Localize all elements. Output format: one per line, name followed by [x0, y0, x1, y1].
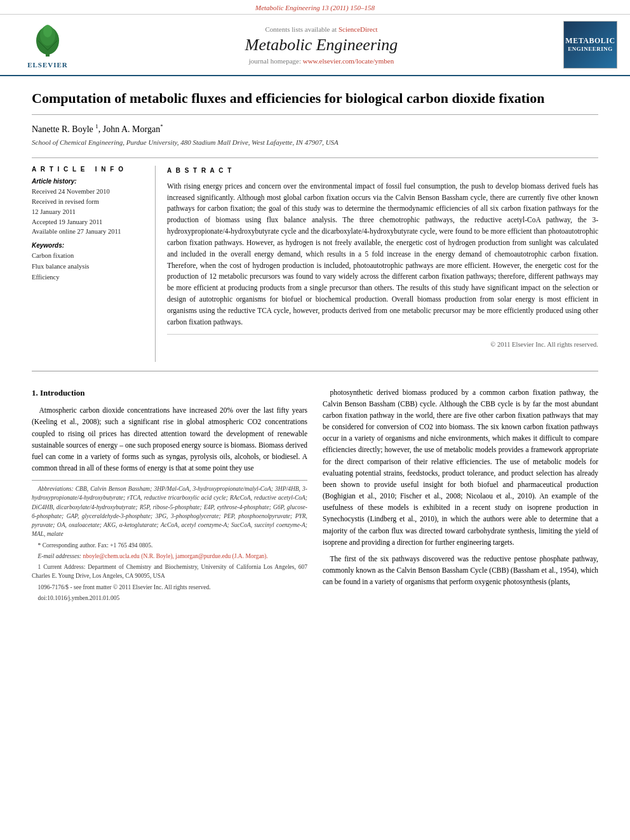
author-names: Nanette R. Boyle 1, John A. Morgan*	[32, 124, 163, 134]
abstract-heading: A B S T R A C T	[167, 166, 598, 176]
email-label: E-mail addresses:	[38, 553, 82, 559]
intro-para-3: The first of the six pathways discovered…	[323, 553, 598, 587]
elsevier-label: ELSEVIER	[27, 61, 68, 69]
article-info-heading: A R T I C L E I N F O	[32, 166, 144, 173]
footnotes: Abbreviations: CBB, Calvin Benson Bassha…	[32, 480, 307, 603]
keyword-1: Carbon fixation	[32, 251, 144, 262]
main-content: Computation of metabolic fluxes and effi…	[0, 76, 630, 617]
online-date: Available online 27 January 2011	[32, 227, 144, 237]
keywords-label: Keywords:	[32, 242, 144, 249]
abbreviations-footnote: Abbreviations: CBB, Calvin Benson Bassha…	[32, 484, 307, 539]
intro-para-1: Atmospheric carbon dioxide concentration…	[32, 404, 307, 474]
page: Metabolic Engineering 13 (2011) 150–158 …	[0, 0, 630, 840]
journal-header: ELSEVIER Contents lists available at Sci…	[0, 15, 630, 76]
journal-name: Metabolic Engineering	[83, 36, 560, 55]
sciencedirect-link: Contents lists available at ScienceDirec…	[83, 25, 560, 33]
article-title: Computation of metabolic fluxes and effi…	[32, 89, 598, 115]
keyword-3: Efficiency	[32, 272, 144, 283]
homepage-link[interactable]: www.elsevier.com/locate/ymben	[303, 57, 394, 65]
copyright: © 2011 Elsevier Inc. All rights reserved…	[167, 334, 598, 350]
elsevier-logo: ELSEVIER	[13, 22, 83, 69]
abstract-text: With rising energy prices and concern ov…	[167, 181, 598, 328]
metabolic-engineering-logo: METABOLIC ENGINEERING	[563, 21, 617, 69]
history-label: Article history:	[32, 178, 144, 185]
authors: Nanette R. Boyle 1, John A. Morgan*	[32, 124, 598, 135]
journal-logo-box: METABOLIC ENGINEERING	[560, 21, 617, 69]
email-footnote: E-mail addresses: nboyle@chem.ucla.edu (…	[32, 552, 307, 561]
doi-footnote: doi:10.1016/j.ymben.2011.01.005	[32, 594, 307, 603]
body-right-col: photosynthetic derived biomass produced …	[323, 387, 598, 604]
journal-homepage: journal homepage: www.elsevier.com/locat…	[83, 57, 560, 65]
elsevier-tree-icon	[25, 22, 70, 60]
corresponding-author-footnote: * Corresponding author. Fax: +1 765 494 …	[32, 541, 307, 550]
intro-para-2: photosynthetic derived biomass produced …	[323, 387, 598, 548]
email-link[interactable]: nboyle@chem.ucla.edu (N.R. Boyle), jamor…	[83, 553, 268, 559]
section-1-heading: 1. Introduction	[32, 387, 307, 400]
issn-footnote: 1096-7176/$ - see front matter © 2011 El…	[32, 583, 307, 592]
affiliation: School of Chemical Engineering, Purdue U…	[32, 138, 598, 146]
keyword-2: Flux balance analysis	[32, 262, 144, 272]
body-section: 1. Introduction Atmospheric carbon dioxi…	[32, 380, 598, 604]
received-date: Received 24 November 2010	[32, 187, 144, 197]
journal-citation: Metabolic Engineering 13 (2011) 150–158	[255, 4, 375, 11]
accepted-date: Accepted 19 January 2011	[32, 217, 144, 227]
svg-point-3	[43, 25, 52, 37]
article-info-abstract: A R T I C L E I N F O Article history: R…	[32, 157, 598, 361]
received-revised-label: Received in revised form	[32, 197, 144, 207]
body-left-col: 1. Introduction Atmospheric carbon dioxi…	[32, 387, 307, 604]
keywords-list: Carbon fixation Flux balance analysis Ef…	[32, 251, 144, 283]
article-info-col: A R T I C L E I N F O Article history: R…	[32, 166, 156, 361]
revised-date: 12 January 2011	[32, 207, 144, 217]
journal-citation-bar: Metabolic Engineering 13 (2011) 150–158	[0, 0, 630, 15]
journal-center-header: Contents lists available at ScienceDirec…	[83, 25, 560, 65]
abstract-col: A B S T R A C T With rising energy price…	[156, 166, 598, 361]
divider	[32, 371, 598, 371]
sciencedirect-anchor[interactable]: ScienceDirect	[338, 25, 378, 33]
current-address-footnote: 1 Current Address: Department of Chemist…	[32, 563, 307, 581]
